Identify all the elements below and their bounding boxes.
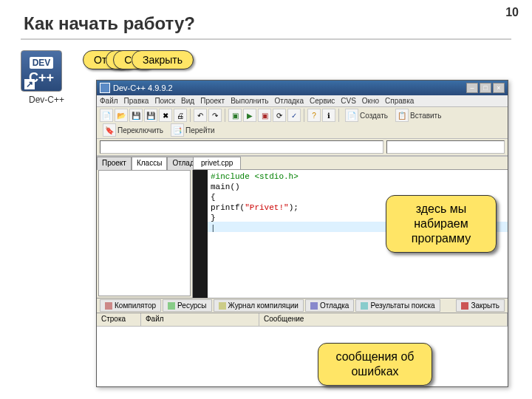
save-icon[interactable]: 💾 <box>129 109 143 122</box>
editor-gutter <box>193 170 208 298</box>
create-dropdown[interactable]: 📄Создать <box>345 109 388 122</box>
logo-line1: DEV <box>30 57 54 69</box>
menu-help[interactable]: Справка <box>385 97 414 105</box>
project-panel: Проект Классы Отладка <box>97 157 193 298</box>
toolbar-secondary <box>97 139 508 156</box>
page-title: Как начать работу? <box>0 0 532 38</box>
tab-label: Отладка <box>320 301 349 310</box>
callout-errors: сообщения об ошибках <box>318 343 432 386</box>
tab-debug[interactable]: Отладка <box>305 299 355 312</box>
menu-run[interactable]: Выполнить <box>231 97 268 105</box>
redo-icon[interactable]: ↷ <box>208 109 222 122</box>
titlebar-text: Dev-C++ 4.9.9.2 <box>113 83 466 92</box>
shortcut-arrow-icon: ↗ <box>24 79 35 89</box>
rebuild-icon[interactable]: ⟳ <box>273 109 286 122</box>
run-icon[interactable]: ▶ <box>243 109 256 122</box>
app-icon: DEV C++ ↗ <box>21 50 62 92</box>
undo-icon[interactable]: ↶ <box>194 109 207 122</box>
bubble-close: Закрыть <box>132 50 194 69</box>
bookmark-icon: 🔖 <box>103 123 116 137</box>
compile-run-icon[interactable]: ▣ <box>258 109 271 122</box>
menu-file[interactable]: Файл <box>100 97 118 105</box>
debug-tab-icon <box>310 302 318 310</box>
code-line: main() <box>211 182 505 192</box>
titlebar: Dev-C++ 4.9.9.2 – □ × <box>97 81 508 95</box>
compiler-icon <box>105 302 112 310</box>
log-icon <box>219 302 226 310</box>
tab-compile-log[interactable]: Журнал компиляции <box>214 299 304 312</box>
tab-compiler[interactable]: Компилятор <box>100 299 161 312</box>
tab-label: Журнал компиляции <box>228 301 299 310</box>
col-line[interactable]: Строка <box>97 313 141 326</box>
insert-label: Вставить <box>410 112 441 120</box>
switch-label: Переключить <box>117 126 163 134</box>
action-bubbles: Откр Н Сох Закрыть <box>83 50 194 69</box>
compile-icon[interactable]: ▣ <box>228 109 242 122</box>
minimize-button[interactable]: – <box>466 83 478 93</box>
save-all-icon[interactable]: 💾 <box>144 109 157 122</box>
goto-dropdown[interactable]: 📑Перейти <box>171 123 215 137</box>
messages-list[interactable] <box>97 327 508 386</box>
open-file-icon[interactable]: 📂 <box>115 109 128 122</box>
about-icon[interactable]: ℹ <box>322 109 335 122</box>
menu-project[interactable]: Проект <box>200 97 225 105</box>
toolbar-main: 📄 📂 💾 💾 ✖ 🖨 ↶ ↷ ▣ ▶ ▣ ⟳ ✓ ? ℹ 📄Создать 📋… <box>97 107 508 139</box>
insert-dropdown[interactable]: 📋Вставить <box>395 109 441 122</box>
help-icon[interactable]: ? <box>307 109 321 122</box>
toolbar-separator <box>304 109 304 122</box>
menu-debug[interactable]: Отладка <box>275 97 304 105</box>
tab-close[interactable]: Закрыть <box>456 299 505 312</box>
close-icon <box>461 302 468 310</box>
tab-label: Компилятор <box>115 301 156 310</box>
tab-results[interactable]: Результаты поиска <box>355 299 440 312</box>
messages-panel: Строка Файл Сообщение <box>97 313 508 386</box>
goto-icon: 📑 <box>171 123 184 137</box>
editor-tab-file[interactable]: privet.cpp <box>193 157 241 169</box>
menubar: Файл Правка Поиск Вид Проект Выполнить О… <box>97 95 508 107</box>
app-shortcut[interactable]: DEV C++ ↗ Dev-C++ <box>21 50 72 105</box>
tab-label: Ресурсы <box>177 301 206 310</box>
close-file-icon[interactable]: ✖ <box>159 109 172 122</box>
col-message[interactable]: Сообщение <box>259 313 508 326</box>
toolbar-separator <box>190 109 191 122</box>
page-number: 10 <box>505 6 519 19</box>
resources-icon <box>168 302 175 310</box>
close-window-button[interactable]: × <box>493 83 505 93</box>
menu-search[interactable]: Поиск <box>154 97 175 105</box>
debug-icon[interactable]: ✓ <box>287 109 301 122</box>
switch-dropdown[interactable]: 🔖Переключить <box>103 123 163 137</box>
app-titlebar-icon <box>100 83 110 93</box>
tab-project[interactable]: Проект <box>97 157 132 170</box>
tab-label: Закрыть <box>471 301 499 310</box>
toolbar-separator <box>338 109 339 122</box>
menu-edit[interactable]: Правка <box>124 97 149 105</box>
tab-resources[interactable]: Ресурсы <box>163 299 211 312</box>
tab-classes[interactable]: Классы <box>132 157 167 170</box>
callout-editor: здесь мы набираем программу <box>386 195 497 253</box>
toolbar-separator <box>225 109 225 122</box>
goto-combo[interactable] <box>100 140 383 154</box>
app-label: Dev-C++ <box>21 95 72 105</box>
insert-icon: 📋 <box>395 109 409 122</box>
menu-window[interactable]: Окно <box>362 97 379 105</box>
goto-label: Перейти <box>185 126 215 134</box>
menu-cvs[interactable]: CVS <box>341 97 356 105</box>
menu-view[interactable]: Вид <box>181 97 194 105</box>
print-icon[interactable]: 🖨 <box>174 109 187 122</box>
create-label: Создать <box>360 112 388 120</box>
col-file[interactable]: Файл <box>141 313 259 326</box>
new-file-icon[interactable]: 📄 <box>100 109 113 122</box>
menu-tools[interactable]: Сервис <box>310 97 335 105</box>
tab-label: Результаты поиска <box>370 301 434 310</box>
bottom-tabs: Компилятор Ресурсы Журнал компиляции Отл… <box>97 298 508 313</box>
class-combo[interactable] <box>386 140 505 154</box>
maximize-button[interactable]: □ <box>480 83 491 93</box>
project-tree[interactable] <box>98 170 191 296</box>
file-icon: 📄 <box>345 109 358 122</box>
code-line: #include <stdio.h> <box>211 171 505 182</box>
results-icon <box>361 302 368 310</box>
